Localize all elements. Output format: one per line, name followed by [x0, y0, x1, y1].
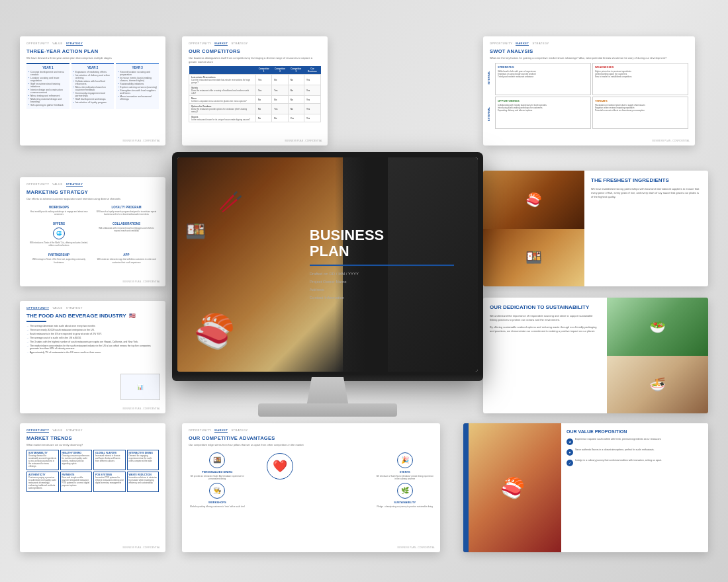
competitors-subtitle: Our business distinguishes itself from c… [189, 56, 321, 63]
marketing-title: MARKETING STRATEGY [26, 189, 159, 195]
trend-authenticity: AUTHENTICITY Customers paying a premium … [26, 472, 59, 492]
swot-subtitle: What are the key factors for gaining a c… [490, 56, 688, 60]
trend-global: GLOBAL FLAVORS Increased interest in div… [93, 450, 126, 470]
year-columns: YEAR 1 Concept development and menu crea… [26, 63, 159, 109]
value-item-2: ♥ Savor authentic flavors in a vibrant a… [567, 448, 703, 456]
bp-meta-project: Project Owner Name [310, 278, 454, 286]
year-3-col: YEAR 3 Second location scouting and prep… [116, 63, 159, 109]
slide-value-proposition: 🍣 OUR VALUE PROPOSITION ★ Experience exq… [463, 423, 708, 552]
sustainability-text-col: OUR DEDICATION TO SUSTAINABILITY We unde… [483, 298, 607, 413]
monitor-stand-neck [301, 377, 354, 407]
swot-threats: THREATS Fluctuations in seafood prices d… [592, 97, 688, 129]
bp-text-area: BUSINESS PLAN Drafted on DD / MM / YYYY … [310, 228, 454, 302]
slide-subtitle: We have devised a three-year action plan… [26, 56, 159, 60]
adv-events: 🎉 EVENTS We introduce a 'Sushi Sumo Omak… [377, 452, 434, 480]
bp-meta-drafted: Drafted on DD / MM / YYYY [310, 270, 454, 278]
adv-personalized: 🍱 PERSONALIZED DINING We provide an inte… [189, 452, 246, 480]
adv-sustainability: 🌿 SUSTAINABILITY Pledge - championing ou… [377, 483, 434, 508]
trend-payments: PAYMENTS Ease and simple mobile payment … [60, 472, 93, 492]
trend-sustainability: SUSTAINABILITY Growing demand for sustai… [26, 450, 59, 470]
marketing-item-offers: OFFERS 🌐 Will introduce a 'Taste of the … [26, 220, 91, 249]
advantages-grid-top: 🍱 PERSONALIZED DINING We provide an inte… [189, 452, 433, 480]
sustainability-image-col: 🥗 🍜 [607, 298, 708, 413]
bp-meta-contact: Contact Information [310, 294, 454, 302]
swot-title: SWOT ANALYSIS [490, 48, 688, 54]
year-1-col: YEAR 1 Concept development and menu crea… [26, 63, 69, 109]
monitor-stand-base [258, 403, 397, 417]
advantages-grid-bottom: 👨‍🍳 WORKSHOPS Workshop setting offering … [189, 483, 433, 508]
trend-waste: WASTE REDUCTION Innovative solutions to … [127, 472, 159, 492]
year-2-col: YEAR 2 Expansion of marketing efforts In… [71, 63, 114, 109]
value-item-3: ✓ Indulge in a culinary journey that com… [567, 459, 703, 466]
market-trends-title: MARKET TRENDS [26, 435, 159, 441]
sustainability-title: OUR DEDICATION TO SUSTAINABILITY [490, 304, 600, 311]
slide-title: THREE-YEAR ACTION PLAN [26, 48, 159, 54]
value-proposition-title: OUR VALUE PROPOSITION [567, 429, 703, 435]
adv-workshops: 👨‍🍳 WORKSHOPS Workshop setting offering … [189, 483, 246, 508]
market-trends-subtitle: What market trends are we currently obse… [26, 443, 159, 447]
marketing-item-partner: PARTNERSHIP Will leverage a 'Taste of th… [26, 251, 91, 265]
slide-tags: OPPORTUNITY VALUE STRATEGY [26, 42, 159, 47]
swot-opportunities: OPPORTUNITIES Collaborating with nearby … [495, 97, 591, 129]
marketing-subtitle: Our efforts to achieve customer acquisit… [26, 197, 159, 201]
freshest-text: We have established strong partnerships … [591, 187, 702, 199]
table-row: SaucesIs the restaurant known for its un… [189, 114, 321, 122]
freshest-title: THE FRESHEST INGREDIENTS [591, 177, 702, 184]
blue-divider [26, 321, 46, 322]
swot-strengths: STRENGTHS Skilled sushi chefs with years… [495, 63, 591, 95]
slide-freshest-ingredients: 🍣 🍱 THE FRESHEST INGREDIENTS We have est… [483, 171, 708, 286]
slide-competitors: OPPORTUNITY MARKET STRATEGY OUR COMPETIT… [182, 36, 328, 146]
sushi-image-4: 🍜 [607, 356, 708, 414]
competitors-table: Competitor 1 Competitor 2 Competitor 3 O… [189, 66, 321, 122]
slide-sustainability: OUR DEDICATION TO SUSTAINABILITY We unde… [483, 298, 708, 413]
bp-divider [310, 265, 454, 266]
slide-competitive-advantages: OPPORTUNITY MARKET STRATEGY OUR COMPETIT… [182, 423, 440, 552]
table-row: Options for OmakaseDoes the restaurant p… [189, 104, 321, 114]
business-plan-title: BUSINESS PLAN [310, 228, 454, 259]
value-text-col: OUR VALUE PROPOSITION ★ Experience exqui… [561, 423, 708, 552]
marketing-grid: WORKSHOPS Host monthly sushi-making work… [26, 204, 159, 266]
marketing-item-loyalty: LOYALTY PROGRAM Will launch a loyalty re… [94, 204, 159, 218]
competitors-title: OUR COMPETITORS [189, 48, 321, 54]
slide-marketing: OPPORTUNITY VALUE STRATEGY MARKETING STR… [20, 177, 165, 286]
sushi-image-2: 🍱 [483, 229, 584, 287]
ingredients-text-col: THE FRESHEST INGREDIENTS We have establi… [584, 171, 708, 286]
ingredients-image-col: 🍣 🍱 [483, 171, 584, 286]
monitor-screen: 🍣 🥢 🍱 BUSINESS PLAN Drafted on DD / MM /… [172, 152, 483, 377]
sushi-image-1: 🍣 [483, 171, 584, 229]
monitor-screen-content: 🍣 🥢 🍱 BUSINESS PLAN Drafted on DD / MM /… [177, 157, 478, 372]
swot-weaknesses: WEAKNESSES Higher prices due to premium … [592, 63, 688, 95]
monitor: 🍣 🥢 🍱 BUSINESS PLAN Drafted on DD / MM /… [172, 152, 496, 436]
trends-grid-row2: AUTHENTICITY Customers paying a premium … [26, 472, 159, 492]
sustainability-text-1: We understand the importance of responsi… [490, 314, 600, 322]
slide-food-industry: OPPORTUNITY VALUE STRATEGY THE FOOD AND … [20, 301, 165, 413]
swot-matrix: INTERNAL EXTERNAL STRENGTHS Skilled sush… [490, 63, 688, 129]
value-image-col: 🍣 [463, 423, 561, 552]
marketing-item-collab: COLLABORATIONS Will collaborate with ren… [94, 220, 159, 249]
trend-interactive: INTERACTIVE DINING Demand for engaging e… [127, 450, 159, 470]
table-row: Last-minute ReservationsCan the restaura… [189, 75, 321, 85]
trends-grid-row1: SUSTAINABILITY Growing demand for sustai… [26, 450, 159, 470]
sushi-image-3: 🥗 [607, 298, 708, 356]
slide-market-trends: OPPORTUNITY VALUE STRATEGY MARKET TRENDS… [20, 423, 165, 552]
main-stage: OPPORTUNITY VALUE STRATEGY THREE-YEAR AC… [0, 0, 728, 582]
food-stats-list: The average American eats sushi about on… [26, 325, 159, 354]
table-row: VarietyDoes the restaurant offer a varie… [189, 85, 321, 96]
comp-adv-subtitle: Our competitive edge stems from four pil… [189, 443, 433, 447]
sustainability-text-2: By offering sustainable seafood options … [490, 325, 600, 333]
marketing-item-app: APP Will create an interactive app that … [94, 251, 159, 265]
value-item-1: ★ Experience exquisite sushi crafted wit… [567, 438, 703, 445]
table-row: MenuIs there a separate menu section for… [189, 96, 321, 104]
marketing-item-workshops: WORKSHOPS Host monthly sushi-making work… [26, 204, 91, 218]
food-industry-title: THE FOOD AND BEVERAGE INDUSTRY [26, 313, 126, 319]
trend-pos: POS SYSTEMS Innovative POS systems for e… [93, 472, 126, 492]
slide-swot: OPPORTUNITY MARKET STRATEGY SWOT ANALYSI… [483, 36, 695, 146]
bp-meta-address: Address [310, 286, 454, 294]
slide-three-year-plan: OPPORTUNITY VALUE STRATEGY THREE-YEAR AC… [20, 36, 165, 146]
business-plan-slide: 🍣 🥢 🍱 BUSINESS PLAN Drafted on DD / MM /… [177, 157, 478, 372]
trend-healthy: HEALTHY DINING Growing consumer preferen… [60, 450, 93, 470]
